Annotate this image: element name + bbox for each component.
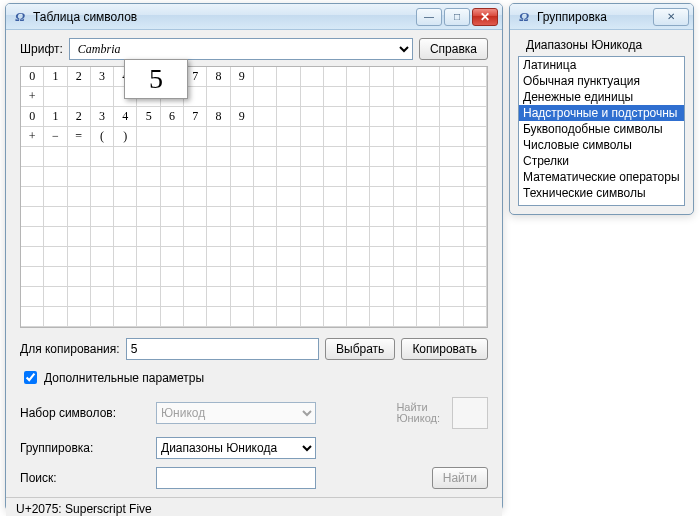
grid-cell[interactable] — [137, 127, 160, 147]
grid-cell[interactable] — [324, 127, 347, 147]
search-button[interactable]: Найти — [432, 467, 488, 489]
grid-cell[interactable] — [91, 307, 114, 327]
grid-cell[interactable] — [114, 307, 137, 327]
grid-cell[interactable] — [254, 127, 277, 147]
grid-cell[interactable] — [184, 127, 207, 147]
grid-cell[interactable] — [347, 147, 370, 167]
grid-cell[interactable] — [394, 207, 417, 227]
grid-cell[interactable] — [464, 147, 487, 167]
grid-cell[interactable] — [324, 287, 347, 307]
grid-cell[interactable]: 2 — [68, 67, 91, 87]
grid-cell[interactable] — [464, 187, 487, 207]
grid-cell[interactable] — [277, 87, 300, 107]
grid-cell[interactable] — [277, 127, 300, 147]
grid-cell[interactable] — [440, 187, 463, 207]
grid-cell[interactable] — [347, 287, 370, 307]
grid-cell[interactable] — [68, 287, 91, 307]
grid-cell[interactable] — [417, 247, 440, 267]
grid-cell[interactable] — [301, 147, 324, 167]
grid-cell[interactable] — [347, 107, 370, 127]
grid-cell[interactable] — [254, 187, 277, 207]
grid-cell[interactable] — [184, 307, 207, 327]
grid-cell[interactable] — [184, 247, 207, 267]
grid-cell[interactable] — [21, 247, 44, 267]
grid-cell[interactable] — [207, 287, 230, 307]
grid-cell[interactable] — [277, 227, 300, 247]
grid-cell[interactable]: ( — [91, 127, 114, 147]
grouping-list-item[interactable]: Обычная пунктуация — [519, 73, 684, 89]
grid-cell[interactable]: 9 — [231, 67, 254, 87]
grid-cell[interactable] — [254, 107, 277, 127]
search-input[interactable] — [156, 467, 316, 489]
grid-cell[interactable] — [301, 107, 324, 127]
grid-cell[interactable] — [137, 307, 160, 327]
grid-cell[interactable] — [370, 287, 393, 307]
grid-cell[interactable] — [464, 307, 487, 327]
grid-cell[interactable]: 3 — [91, 107, 114, 127]
grid-cell[interactable] — [68, 227, 91, 247]
grid-cell[interactable] — [324, 187, 347, 207]
grid-cell[interactable] — [394, 87, 417, 107]
grid-cell[interactable] — [137, 247, 160, 267]
grid-cell[interactable] — [277, 247, 300, 267]
grid-cell[interactable] — [21, 227, 44, 247]
grid-cell[interactable] — [417, 107, 440, 127]
grid-cell[interactable] — [44, 207, 67, 227]
grid-cell[interactable] — [161, 287, 184, 307]
grid-cell[interactable] — [347, 167, 370, 187]
grid-cell[interactable] — [114, 287, 137, 307]
grid-cell[interactable] — [254, 67, 277, 87]
grid-cell[interactable] — [394, 247, 417, 267]
grid-cell[interactable] — [137, 187, 160, 207]
grid-cell[interactable] — [277, 147, 300, 167]
grid-cell[interactable] — [184, 287, 207, 307]
grid-cell[interactable] — [417, 307, 440, 327]
grid-cell[interactable] — [324, 267, 347, 287]
grid-cell[interactable] — [207, 307, 230, 327]
grid-cell[interactable] — [370, 307, 393, 327]
grid-cell[interactable] — [254, 227, 277, 247]
grid-cell[interactable] — [184, 267, 207, 287]
grid-cell[interactable] — [324, 87, 347, 107]
grid-cell[interactable] — [68, 87, 91, 107]
grid-cell[interactable] — [370, 207, 393, 227]
grid-cell[interactable] — [137, 267, 160, 287]
grid-cell[interactable] — [301, 67, 324, 87]
grid-cell[interactable] — [21, 307, 44, 327]
grid-cell[interactable] — [370, 247, 393, 267]
grid-cell[interactable] — [440, 287, 463, 307]
grid-cell[interactable] — [231, 267, 254, 287]
grid-cell[interactable] — [44, 227, 67, 247]
grid-cell[interactable] — [394, 67, 417, 87]
grid-cell[interactable] — [370, 147, 393, 167]
grid-cell[interactable] — [347, 67, 370, 87]
minimize-button[interactable]: — — [416, 8, 442, 26]
grid-cell[interactable] — [440, 147, 463, 167]
grid-cell[interactable]: ) — [114, 127, 137, 147]
grid-cell[interactable] — [347, 127, 370, 147]
copy-button[interactable]: Копировать — [401, 338, 488, 360]
grid-cell[interactable] — [301, 287, 324, 307]
font-select[interactable]: Cambria — [69, 38, 413, 60]
grid-cell[interactable]: 5 — [137, 107, 160, 127]
grid-cell[interactable]: 1 — [44, 107, 67, 127]
grid-cell[interactable] — [161, 247, 184, 267]
grid-cell[interactable] — [324, 307, 347, 327]
grid-cell[interactable] — [440, 127, 463, 147]
grouping-titlebar[interactable]: Ω Группировка ✕ — [510, 4, 693, 30]
grid-cell[interactable] — [231, 187, 254, 207]
grid-cell[interactable] — [254, 147, 277, 167]
grid-cell[interactable] — [91, 247, 114, 267]
grid-cell[interactable] — [91, 147, 114, 167]
grid-cell[interactable] — [440, 167, 463, 187]
grid-cell[interactable] — [137, 147, 160, 167]
grid-cell[interactable] — [161, 227, 184, 247]
grid-cell[interactable] — [68, 267, 91, 287]
grid-cell[interactable]: 8 — [207, 107, 230, 127]
grid-cell[interactable] — [417, 167, 440, 187]
grid-cell[interactable] — [324, 107, 347, 127]
grid-cell[interactable]: + — [21, 87, 44, 107]
grid-cell[interactable] — [184, 207, 207, 227]
grid-cell[interactable] — [440, 247, 463, 267]
grid-cell[interactable] — [277, 207, 300, 227]
